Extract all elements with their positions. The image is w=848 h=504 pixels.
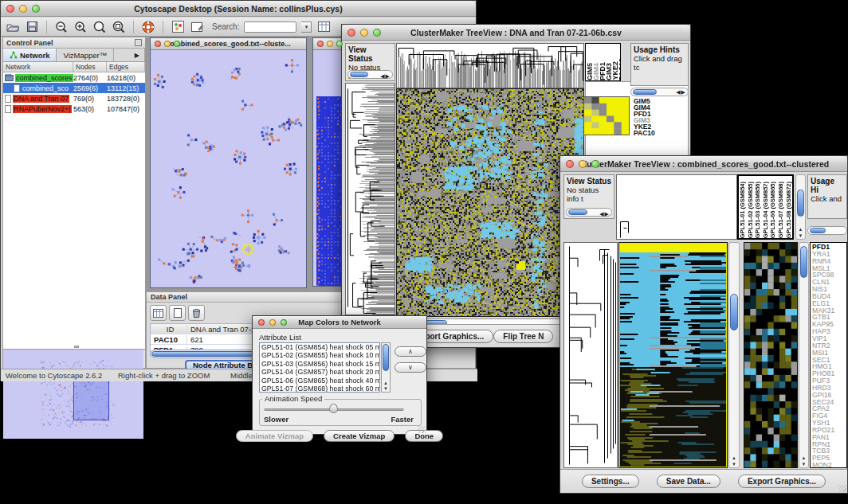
- tv2-status-scrollbar[interactable]: ◀▶: [566, 208, 612, 217]
- status-hint-zoom: Right-click + drag to ZOOM: [118, 371, 210, 380]
- treeview1-title: ClusterMaker TreeView : DNA and Tran 07-…: [342, 28, 690, 37]
- attribute-list[interactable]: GPL51-01 (GSM854) heat shock 05 minGPL51…: [259, 342, 380, 393]
- minimize-button[interactable]: [164, 41, 171, 47]
- network-row-icon: [14, 84, 20, 92]
- attribute-list-item[interactable]: GPL51-07 (GSM868) heat shock 60 min: [260, 385, 379, 393]
- tv2-gene-labels[interactable]: PFD1YRA1RNR4MSL1SPC98CLN1NIS1BUD4ELG1MAK…: [810, 242, 847, 468]
- close-button[interactable]: [258, 319, 265, 326]
- minimize-button[interactable]: [579, 160, 587, 168]
- close-button[interactable]: [347, 29, 355, 37]
- network-row[interactable]: combined_sco 2569(6) 13112(15): [3, 83, 145, 93]
- attribute-list-item[interactable]: GPL51-01 (GSM854) heat shock 05 min: [260, 343, 379, 351]
- dialog-resize-grip[interactable]: [418, 426, 426, 433]
- tv2-row-dendrogram[interactable]: [563, 242, 618, 468]
- window-resize-grip[interactable]: [839, 485, 846, 492]
- tab-overflow-arrow[interactable]: ▶: [114, 49, 145, 61]
- select-attributes-icon[interactable]: [150, 305, 167, 321]
- close-button[interactable]: [155, 41, 161, 47]
- tv1-usage-scrollbar[interactable]: ◀▶: [630, 88, 689, 96]
- tv2-action-button[interactable]: Save Data...: [657, 475, 720, 488]
- attribute-list-item[interactable]: GPL51-02 (GSM855) heat shock 10 min: [260, 351, 379, 359]
- birds-eye-view[interactable]: [3, 350, 143, 439]
- treeview2-title-bar[interactable]: ClusterMaker TreeView : combined_scores_…: [560, 156, 847, 172]
- tv2-column-labels[interactable]: GPL51-01 (GSM854)GPL51-02 (GSM855)GPL51-…: [737, 174, 794, 240]
- delete-attribute-icon[interactable]: [188, 305, 205, 321]
- search-input[interactable]: [244, 21, 296, 33]
- network-row[interactable]: DNA and Tran 07 769(0) 183728(0): [3, 93, 145, 104]
- annotation-grid-icon[interactable]: [171, 20, 185, 34]
- minimize-button[interactable]: [19, 5, 27, 13]
- dialog-action-button[interactable]: Create Vizmap: [324, 430, 395, 442]
- zoom-window-button[interactable]: [373, 29, 381, 37]
- move-up-button[interactable]: ∧: [395, 346, 426, 357]
- tv2-action-button[interactable]: Export Graphics...: [738, 475, 826, 488]
- zoom-window-button[interactable]: [281, 319, 287, 326]
- tv1-row-dendrogram[interactable]: [345, 83, 395, 315]
- tv1-status-scrollbar[interactable]: ◀▶: [347, 70, 393, 79]
- attribute-list-scrollbar[interactable]: ▲▼: [381, 342, 391, 393]
- attribute-list-item[interactable]: GPL51-03 (GSM856) heat shock 15 min: [260, 360, 379, 368]
- open-file-icon[interactable]: [6, 20, 20, 34]
- minimize-button[interactable]: [360, 29, 368, 37]
- main-window-title: Cytoscape Desktop (Session Name: collins…: [1, 4, 476, 14]
- zoom-window-button[interactable]: [32, 5, 40, 13]
- tv2-zoom-vscrollbar[interactable]: ▲▼: [799, 242, 809, 468]
- tv2-heatmap-global[interactable]: [618, 242, 728, 468]
- search-dropdown-arrow[interactable]: ▾: [301, 21, 312, 33]
- edit-document-icon[interactable]: [190, 20, 204, 34]
- new-attribute-icon[interactable]: [169, 305, 186, 321]
- desktop: Cytoscape Desktop (Session Name: collins…: [0, 0, 848, 504]
- zoom-window-button[interactable]: [591, 160, 599, 168]
- network-list-empty-area: [3, 232, 145, 350]
- tab-vizmapper[interactable]: VizMapper™: [57, 49, 114, 61]
- zoom-icon[interactable]: [92, 20, 107, 34]
- dialog-title-bar[interactable]: Map Colors to Network: [253, 316, 426, 329]
- tv1-column-labels[interactable]: GIM5GIM4PFD1GIM3YKE2PAC10: [585, 43, 621, 81]
- tv2-column-dendrogram[interactable]: [616, 174, 737, 240]
- help-lifering-icon[interactable]: [141, 20, 155, 34]
- network-row-icon: [5, 105, 11, 113]
- main-title-bar[interactable]: Cytoscape Desktop (Session Name: collins…: [1, 1, 476, 17]
- close-button[interactable]: [317, 41, 324, 47]
- zoom-in-icon[interactable]: [73, 20, 88, 34]
- minimize-button[interactable]: [327, 41, 333, 47]
- save-icon[interactable]: [25, 20, 39, 34]
- tv2-usage-scrollbar[interactable]: [807, 226, 847, 235]
- slider-thumb[interactable]: [329, 404, 338, 413]
- treeview1-title-bar[interactable]: ClusterMaker TreeView : DNA and Tran 07-…: [342, 25, 690, 41]
- float-panel-icon[interactable]: [135, 39, 142, 46]
- tv2-heatmap-zoom[interactable]: [744, 242, 798, 468]
- zoom-out-icon[interactable]: [54, 20, 69, 34]
- minimize-button[interactable]: [269, 319, 276, 326]
- tv1-action-button[interactable]: Flip Tree N: [493, 330, 553, 343]
- tv1-heatmap-global[interactable]: [396, 88, 584, 317]
- close-button[interactable]: [6, 5, 14, 13]
- zoom-fit-icon[interactable]: [112, 20, 126, 34]
- tv2-heatmap-vscrollbar[interactable]: ▲▼: [728, 242, 740, 468]
- tv2-usage-hints-panel: Usage HiClick and: [807, 174, 847, 219]
- zoom-window-button[interactable]: [336, 41, 343, 47]
- tv1-heatmap-zoom[interactable]: [583, 96, 630, 135]
- network-view-canvas[interactable]: [151, 50, 306, 287]
- tab-network[interactable]: Network: [3, 49, 57, 61]
- tv2-action-button[interactable]: Settings...: [582, 475, 639, 488]
- network-window-title-bar[interactable]: combined_scores_good.txt--cluste...: [151, 38, 306, 50]
- network-row[interactable]: RNAPuberNov2+| 563(0) 107847(0): [3, 104, 145, 114]
- status-welcome: Welcome to Cytoscape 2.6.2: [6, 371, 102, 380]
- zoom-window-button[interactable]: [174, 41, 180, 47]
- dialog-action-button[interactable]: Animate Vizmap: [236, 430, 313, 442]
- tv1-column-dendrogram[interactable]: [396, 43, 584, 88]
- attribute-list-item[interactable]: GPL51-04 (GSM857) heat shock 20 min: [260, 368, 379, 376]
- attribute-list-label: Attribute List: [259, 333, 301, 342]
- panel-resize-grip[interactable]: [74, 346, 79, 348]
- attribute-list-item[interactable]: GPL51-06 (GSM865) heat shock 40 min: [260, 377, 379, 385]
- tv2-column-scrollbar[interactable]: ▲▼: [795, 174, 806, 240]
- move-down-button[interactable]: ∨: [395, 362, 426, 373]
- network-row[interactable]: combined_scores 2764(0) 16218(0): [3, 72, 145, 83]
- network-table: combined_scores 2764(0) 16218(0) combine…: [3, 72, 145, 232]
- attribute-table-icon[interactable]: [316, 20, 331, 34]
- close-button[interactable]: [566, 160, 574, 168]
- slower-label: Slower: [264, 415, 289, 424]
- tv2-button-bar: Settings...Save Data...Export Graphics..…: [560, 469, 847, 493]
- search-label: Search:: [212, 22, 239, 31]
